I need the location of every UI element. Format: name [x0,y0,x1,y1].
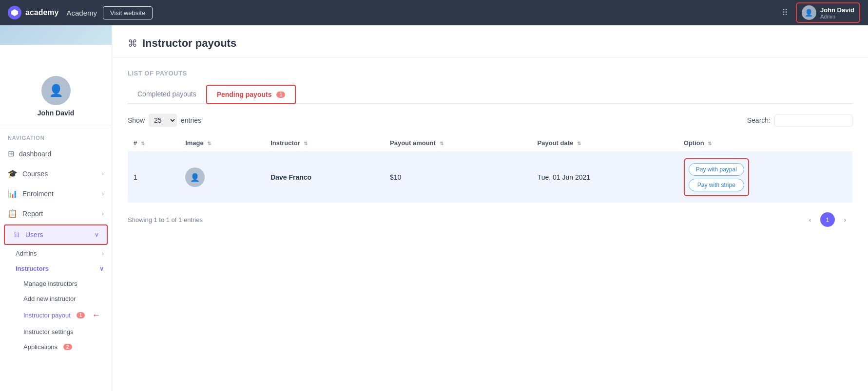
pay-btn-group: Pay with paypal Pay with stripe [684,158,749,196]
sidebar-item-dashboard[interactable]: ⊞ dashboard [0,144,112,163]
sort-icon-num: ⇅ [141,141,145,146]
sidebar-item-applications-label: Applications [23,343,58,351]
pay-paypal-button[interactable]: Pay with paypal [689,163,744,176]
topnav-left: academy Academy Visit website [8,6,153,19]
sidebar-item-instructors-label: Instructors [16,265,49,272]
page-controls: ‹ 1 › [803,212,852,227]
content-body: LIST OF PAYOUTS Completed payouts Pendin… [112,58,868,239]
sidebar-item-users[interactable]: 🖥 Users ∨ [4,224,108,245]
sort-icon-date: ⇅ [577,141,581,146]
user-info: John David Admin [820,6,854,19]
content-header-icon: ⌘ [128,37,137,49]
next-page-button[interactable]: › [838,212,852,227]
sidebar-item-enrolment-label: Enrolment [22,190,54,198]
table-controls: Show 25 50 100 entries Search: [128,114,852,127]
courses-chevron: › [102,170,104,177]
page-title: Instructor payouts [142,37,236,50]
table-row: 1 👤 Dave Franco $10 Tue, 01 Jun 2021 Pay… [128,152,852,203]
search-input[interactable] [774,114,852,127]
topnav-right: ⠿ 👤 John David Admin [782,2,860,23]
col-image: Image ⇅ [179,134,265,152]
profile-name: John David [38,109,74,117]
payouts-table: # ⇅ Image ⇅ Instructor ⇅ Payout amount [128,134,852,203]
admins-chevron: › [102,250,104,257]
sort-icon-amount: ⇅ [440,141,444,146]
sidebar-item-add-new-instructor[interactable]: Add new instructor [0,291,112,306]
pay-stripe-button[interactable]: Pay with stripe [689,179,744,191]
cell-payout-date: Tue, 01 Jun 2021 [532,152,678,203]
sidebar-item-courses-label: Courses [22,170,48,178]
col-option: Option ⇅ [678,134,852,152]
show-entries: Show 25 50 100 entries [128,114,201,127]
instructor-name: Dave Franco [270,173,311,181]
users-icon: 🖥 [13,230,20,239]
sidebar-item-instructor-payout[interactable]: Instructor payout 1 ← [0,306,112,324]
sidebar-item-instructors[interactable]: Instructors ∨ [0,261,112,276]
sidebar-item-admins-label: Admins [16,250,37,257]
content-header: ⌘ Instructor payouts [112,25,868,58]
main-content: ⌘ Instructor payouts LIST OF PAYOUTS Com… [112,25,868,391]
logo-area: academy [8,6,59,19]
page-1-button[interactable]: 1 [820,212,835,227]
nav-section: NAVIGATION [0,125,112,144]
entries-label: entries [181,116,201,124]
sidebar-item-report-label: Report [22,210,43,218]
enrolment-chevron: › [102,190,104,197]
report-icon: 📋 [8,209,18,218]
cell-instructor: Dave Franco [265,152,384,203]
sidebar-item-users-label: Users [25,231,43,239]
payout-arrow-icon: ← [92,310,100,320]
sidebar-item-applications[interactable]: Applications 2 [0,339,112,354]
tab-completed-payouts[interactable]: Completed payouts [128,85,206,104]
visit-website-button[interactable]: Visit website [103,6,153,19]
user-badge[interactable]: 👤 John David Admin [796,2,860,23]
table-header-row: # ⇅ Image ⇅ Instructor ⇅ Payout amount [128,134,852,152]
users-chevron: ∨ [95,231,99,238]
sidebar: 👤 John David NAVIGATION ⊞ dashboard 🎓 Co… [0,25,112,391]
sidebar-item-report[interactable]: 📋 Report › [0,204,112,223]
pagination-info: Showing 1 to 1 of 1 entries [128,216,203,223]
search-label: Search: [747,116,771,124]
svg-marker-0 [11,9,18,16]
sort-icon-image: ⇅ [207,141,211,146]
user-avatar-top: 👤 [802,5,816,20]
sort-icon-option: ⇅ [708,141,712,146]
sidebar-item-enrolment[interactable]: 📊 Enrolment › [0,184,112,203]
col-payout-date: Payout date ⇅ [532,134,678,152]
sidebar-top-bg [0,25,112,64]
payout-tabs: Completed payouts Pending payouts 1 [128,85,852,104]
top-navigation: academy Academy Visit website ⠿ 👤 John D… [0,0,868,25]
academy-label: Academy [67,9,97,17]
user-name-top: John David [820,6,854,14]
sidebar-item-instructor-payout-label: Instructor payout [23,312,71,319]
main-layout: 👤 John David NAVIGATION ⊞ dashboard 🎓 Co… [0,25,868,391]
prev-page-button[interactable]: ‹ [803,212,817,227]
list-label: LIST OF PAYOUTS [128,70,852,77]
sidebar-item-courses[interactable]: 🎓 Courses › [0,164,112,183]
col-payout-amount: Payout amount ⇅ [384,134,532,152]
nav-section-label: NAVIGATION [8,135,44,141]
grid-icon[interactable]: ⠿ [782,7,788,18]
col-instructor: Instructor ⇅ [265,134,384,152]
cell-image: 👤 [179,152,265,203]
sidebar-item-instructor-settings[interactable]: Instructor settings [0,324,112,339]
instructor-payout-badge: 1 [77,312,85,318]
sidebar-item-dashboard-label: dashboard [19,150,51,158]
pending-payouts-badge: 1 [276,92,285,98]
sidebar-item-manage-instructors[interactable]: Manage instructors [0,276,112,291]
sidebar-profile: 👤 John David [0,64,112,125]
logo-text: academy [25,8,59,17]
sidebar-item-instructor-settings-label: Instructor settings [23,328,74,335]
tab-pending-payouts[interactable]: Pending payouts 1 [206,85,296,104]
profile-avatar: 👤 [41,76,71,105]
instructor-avatar: 👤 [185,168,205,187]
sort-icon-instructor: ⇅ [304,141,308,146]
sidebar-item-admins[interactable]: Admins › [0,246,112,261]
show-label: Show [128,116,145,124]
entries-select[interactable]: 25 50 100 [149,114,177,127]
report-chevron: › [102,210,104,217]
pending-payouts-label: Pending payouts [217,91,272,98]
col-num: # ⇅ [128,134,179,152]
enrolment-icon: 📊 [8,189,18,198]
instructors-chevron: ∨ [99,265,104,272]
